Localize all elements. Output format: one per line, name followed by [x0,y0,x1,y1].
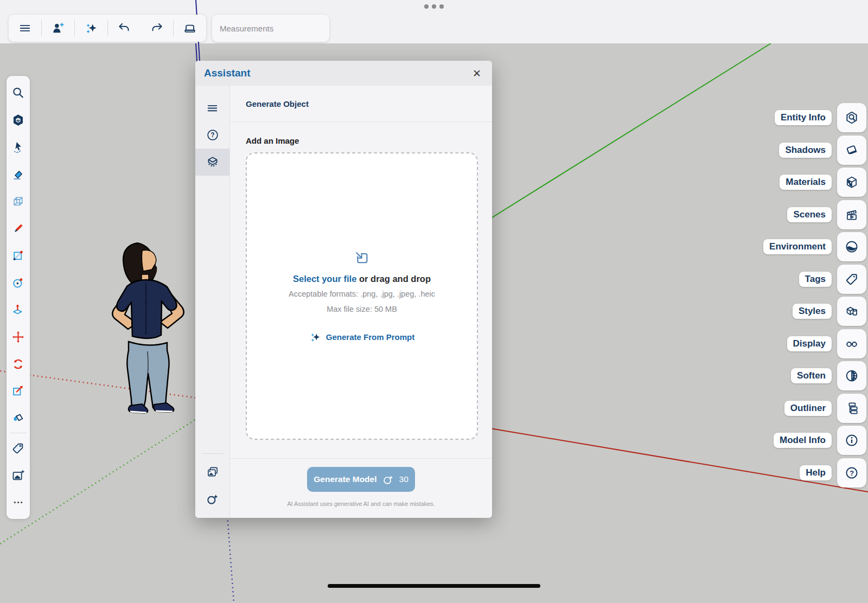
circle-tool-icon[interactable] [7,269,30,296]
ai-sparkles-icon[interactable] [75,15,107,42]
home-indicator[interactable] [328,584,540,588]
assistant-dialog-header[interactable]: Assistant ✕ [195,61,492,86]
measurements-placeholder: Measurements [220,24,273,33]
generate-model-label: Generate Model [314,474,376,484]
tags-label: Tags [799,272,832,287]
import-file-icon [353,249,371,267]
assistant-dialog: Assistant ✕ ? Generate Object [195,61,492,518]
undo-icon[interactable] [108,15,141,42]
shadows-label: Shadows [779,143,832,158]
display-label: Display [787,336,832,351]
panel-row-soften: Soften [763,361,866,391]
toolbar-divider [10,433,27,433]
panel-row-help: Help ? [763,458,866,488]
entity-info-button[interactable] [837,103,866,132]
environment-label: Environment [763,239,832,254]
paint-bucket-icon[interactable] [7,405,30,432]
shadows-button[interactable] [837,136,866,165]
push-pull-icon[interactable] [7,296,30,323]
move-icon[interactable] [7,323,30,350]
select-file-link[interactable]: Select your file [293,274,356,284]
tools-toolbar [7,76,30,519]
rail-generate-object-icon[interactable] [195,149,229,176]
panel-row-display: Display [763,329,866,359]
main-toolbar [9,15,206,42]
soften-button[interactable] [837,361,866,390]
select-icon[interactable] [7,133,30,161]
inspector-panel: Entity Info Shadows Materials Scenes Env… [763,103,866,487]
panel-title: Generate Object [230,86,492,122]
more-icon[interactable] [7,489,30,516]
rail-photos-icon[interactable] [195,458,229,485]
panel-row-tags: Tags [763,265,866,294]
model-info-button[interactable] [837,426,866,455]
rail-menu-icon[interactable] [195,94,229,121]
add-person-icon[interactable] [42,15,74,42]
tags-button[interactable] [837,265,866,294]
styles-label: Styles [793,304,832,319]
materials-button[interactable] [837,168,866,197]
sparkles-icon [309,331,321,343]
ai-disclaimer: AI Assistant uses generative AI and can … [287,501,435,507]
measurements-field[interactable]: Measurements [212,15,329,42]
close-icon[interactable]: ✕ [470,66,483,81]
generate-from-prompt-label: Generate From Prompt [326,332,414,342]
dialog-footer: Generate Model 30 AI Assistant uses gene… [230,458,492,518]
add-image-label: Add an Image [246,136,477,145]
panel-row-materials: Materials [763,168,866,197]
panel-row-shadows: Shadows [763,136,866,165]
panel-row-environment: Environment [763,232,866,262]
soften-label: Soften [791,368,832,383]
eraser-icon[interactable] [7,161,30,188]
panel-row-entity-info: Entity Info [763,103,866,133]
menu-icon[interactable] [9,15,41,42]
max-size-text: Max file size: 50 MB [327,305,397,313]
component-icon[interactable] [7,106,30,133]
scenes-label: Scenes [787,207,832,222]
display-button[interactable] [837,329,866,358]
rectangle-tool-icon[interactable] [7,242,30,269]
panel-row-outliner: Outliner [763,394,866,424]
ai-image-icon[interactable] [7,461,30,489]
assistant-nav-rail: ? [195,86,230,518]
materials-label: Materials [780,175,832,190]
credit-cost: 30 [399,474,409,484]
model-info-label: Model Info [774,433,832,448]
scenes-button[interactable] [837,200,866,229]
dropzone-main-text: Select your file or drag and drop [293,274,431,284]
pencil-icon[interactable] [7,215,30,242]
entity-info-label: Entity Info [775,110,832,125]
styles-button[interactable] [837,297,866,326]
environment-button[interactable] [837,232,866,261]
drag-drop-text: or drag and drop [356,274,431,284]
outliner-label: Outliner [784,401,832,416]
help-button[interactable]: ? [837,458,866,487]
formats-text: Acceptable formats: .png, .jpg, .jpeg, .… [289,290,435,298]
rail-credits-icon[interactable] [195,485,229,512]
rotate-icon[interactable] [7,350,30,377]
generate-from-prompt-button[interactable]: Generate From Prompt [309,331,414,343]
svg-text:?: ? [210,131,214,139]
scale-icon[interactable] [7,377,30,405]
image-dropzone[interactable]: Select your file or drag and drop Accept… [246,152,478,440]
rail-help-icon[interactable]: ? [195,121,229,149]
tag-icon[interactable] [7,434,30,461]
panel-row-styles: Styles [763,297,866,326]
help-label: Help [800,465,832,480]
redo-icon[interactable] [141,15,173,42]
zoom-icon[interactable] [7,79,30,106]
multitask-handle[interactable] [424,4,444,9]
scale-figure-person[interactable] [112,243,184,413]
device-icon[interactable] [174,15,206,42]
generate-model-button[interactable]: Generate Model 30 [307,467,415,492]
panel-row-model-info: Model Info [763,426,866,456]
rail-divider [202,453,223,454]
assistant-title: Assistant [204,67,251,79]
svg-text:?: ? [850,469,854,477]
panel-row-scenes: Scenes [763,200,866,230]
credit-coin-icon [382,473,394,486]
outliner-button[interactable] [837,394,866,423]
cube-wireframe-icon[interactable] [7,188,30,215]
